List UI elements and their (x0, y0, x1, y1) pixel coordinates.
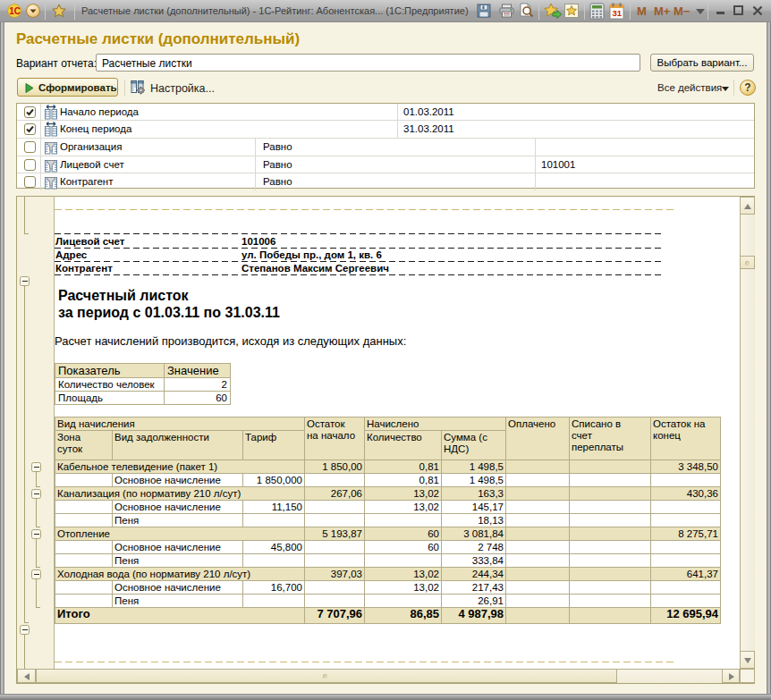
svg-text:1C: 1C (9, 6, 21, 16)
svg-text:31: 31 (613, 8, 623, 18)
